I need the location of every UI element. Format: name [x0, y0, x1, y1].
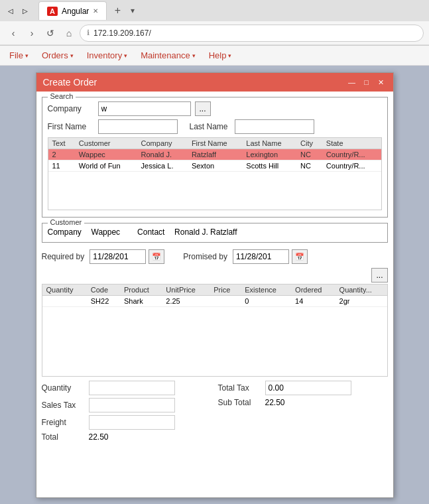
dialog-body: Search Company ... First Name Last Name: [36, 92, 393, 497]
main-area: Create Order — □ ✕ Search Company ... Fi…: [0, 66, 429, 504]
promised-date-input[interactable]: [233, 249, 289, 264]
company-label: Company: [48, 104, 94, 113]
dialog-title-bar: Create Order — □ ✕: [36, 73, 393, 92]
total-tax-row: Total Tax: [218, 381, 388, 395]
tab-close-button[interactable]: ✕: [93, 7, 98, 15]
menu-inventory-label: Inventory: [87, 50, 122, 60]
total-label: Total: [42, 432, 85, 442]
app-menubar: File ▾ Orders ▾ Inventory ▾ Maintenance …: [0, 46, 429, 66]
total-tax-input[interactable]: [265, 381, 351, 395]
add-item-button[interactable]: ...: [371, 268, 387, 283]
company-input[interactable]: [98, 101, 191, 116]
freight-row: Freight: [42, 415, 212, 430]
col-price: Price: [210, 284, 241, 296]
search-section: Search Company ... First Name Last Name: [42, 97, 388, 218]
col-firstname: First Name: [188, 138, 242, 149]
item-qty2: 2gr: [336, 296, 387, 307]
new-tab-button[interactable]: +: [109, 3, 125, 19]
col-customer: Customer: [75, 138, 137, 149]
col-text: Text: [48, 138, 75, 149]
sales-tax-input[interactable]: [89, 398, 175, 412]
tab-bar-controls: ◁ ▷: [5, 5, 31, 16]
home-button[interactable]: ⌂: [61, 25, 77, 41]
lastname-label: Last Name: [182, 122, 228, 131]
menu-file-arrow: ▾: [25, 52, 29, 59]
forward-button[interactable]: ›: [24, 25, 40, 41]
col-ordered: Ordered: [291, 284, 335, 296]
lock-icon: ℹ: [87, 29, 90, 37]
search-ellipsis-button[interactable]: ...: [195, 101, 211, 116]
result-company: Jessica L.: [137, 160, 188, 172]
col-unitprice: UnitPrice: [162, 284, 210, 296]
menu-inventory[interactable]: Inventory ▾: [80, 48, 134, 63]
result-lastname: Lexington: [242, 149, 296, 160]
back-icon: ◁: [5, 5, 16, 16]
dialog-minimize-button[interactable]: —: [347, 77, 357, 88]
col-city: City: [296, 138, 322, 149]
date-row: Required by 📅 Promised by 📅: [42, 249, 388, 264]
menu-maintenance[interactable]: Maintenance ▾: [134, 48, 202, 63]
search-section-label: Search: [48, 92, 76, 100]
order-items-header: ...: [42, 268, 388, 283]
sub-total-label: Sub Total: [218, 398, 261, 407]
contact-value: Ronald J. Ratzlaff: [174, 227, 237, 237]
back-button[interactable]: ‹: [5, 25, 21, 41]
result-row-2[interactable]: 11 World of Fun Jessica L. Sexton Scotts…: [48, 160, 381, 172]
quantity-total-label: Quantity: [42, 383, 85, 393]
col-lastname: Last Name: [242, 138, 296, 149]
item-code: SH22: [87, 296, 120, 307]
dialog-maximize-button[interactable]: □: [361, 77, 372, 88]
col-quantity: Quantity: [42, 284, 87, 296]
company-search-row: Company ...: [48, 101, 382, 116]
result-customer: World of Fun: [75, 160, 137, 172]
required-date-input[interactable]: [90, 249, 146, 264]
col-company: Company: [137, 138, 188, 149]
menu-orders-arrow: ▾: [70, 52, 74, 59]
address-bar[interactable]: ℹ 172.19.209.167/: [80, 25, 424, 42]
totals-section: Quantity Sales Tax Freight Total 22.50: [42, 381, 388, 442]
item-row-1[interactable]: SH22 Shark 2.25 0 14 2gr: [42, 296, 387, 307]
tab-dropdown-icon[interactable]: ▾: [131, 6, 135, 15]
menu-inventory-arrow: ▾: [124, 52, 127, 59]
order-items-table: Quantity Code Product UnitPrice Price Ex…: [42, 284, 387, 307]
customer-section: Customer Company Wappec Contact Ronald J…: [42, 223, 388, 243]
sub-total-row: Sub Total 22.50: [218, 398, 388, 407]
quantity-total-input[interactable]: [89, 381, 175, 395]
total-row: Total 22.50: [42, 432, 212, 442]
result-lastname: Scotts Hill: [242, 160, 296, 172]
promised-calendar-button[interactable]: 📅: [292, 249, 308, 264]
result-state: Country/R...: [322, 149, 381, 160]
nav-bar: ‹ › ↺ ⌂ ℹ 172.19.209.167/: [0, 21, 429, 45]
item-ordered: 14: [291, 296, 335, 307]
sales-tax-label: Sales Tax: [42, 401, 85, 410]
col-qty2: Quantity...: [336, 284, 387, 296]
quantity-total-row: Quantity: [42, 381, 212, 395]
sub-total-value: 22.50: [265, 398, 285, 407]
firstname-input[interactable]: [98, 119, 178, 134]
result-customer: Wappec: [75, 149, 137, 160]
required-date-group: 📅: [90, 249, 164, 264]
menu-maintenance-label: Maintenance: [141, 50, 190, 60]
menu-orders[interactable]: Orders ▾: [35, 48, 80, 63]
name-search-row: First Name Last Name: [48, 119, 382, 134]
result-row-1[interactable]: 2 Wappec Ronald J. Ratzlaff Lexington NC…: [48, 149, 381, 160]
freight-input[interactable]: [89, 415, 175, 430]
menu-orders-label: Orders: [42, 50, 68, 60]
menu-maintenance-arrow: ▾: [192, 52, 196, 59]
customer-company-label: Company: [48, 227, 88, 237]
reload-button[interactable]: ↺: [42, 25, 58, 41]
freight-label: Freight: [42, 418, 85, 427]
required-calendar-button[interactable]: 📅: [149, 249, 164, 264]
lastname-input[interactable]: [235, 119, 314, 134]
customer-info-row: Company Wappec Contact Ronald J. Ratzlaf…: [48, 227, 382, 237]
customer-section-label: Customer: [48, 218, 85, 226]
active-tab[interactable]: A Angular ✕: [38, 1, 107, 20]
customer-company-value: Wappec: [92, 227, 121, 237]
result-company: Ronald J.: [137, 149, 188, 160]
menu-help[interactable]: Help ▾: [202, 48, 239, 63]
dialog-close-button[interactable]: ✕: [376, 77, 387, 88]
results-header-row: Text Customer Company First Name Last Na…: [48, 138, 381, 149]
order-items-area: Quantity Code Product UnitPrice Price Ex…: [42, 284, 388, 377]
menu-file[interactable]: File ▾: [3, 48, 35, 63]
total-tax-label: Total Tax: [218, 383, 261, 393]
